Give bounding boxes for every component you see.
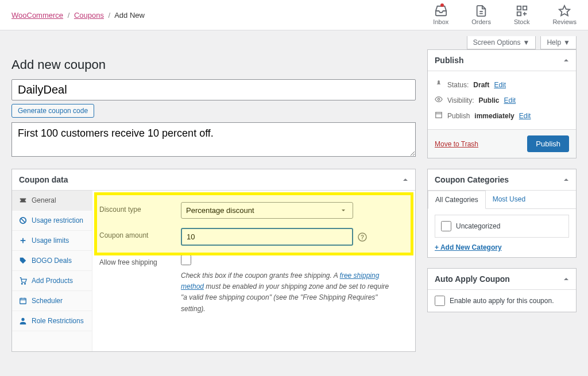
discount-type-label: Discount type <box>99 202 174 214</box>
help-icon[interactable]: ? <box>358 232 367 242</box>
edit-schedule-link[interactable]: Edit <box>519 112 531 120</box>
svg-rect-2 <box>517 6 520 10</box>
svg-marker-7 <box>559 6 570 15</box>
screen-options-button[interactable]: Screen Options ▼ <box>467 36 536 49</box>
move-to-trash-link[interactable]: Move to Trash <box>435 140 478 148</box>
secondary-bar: Screen Options ▼ Help ▼ <box>0 30 588 49</box>
tab-usage-limits[interactable]: Usage limits <box>12 231 92 251</box>
triangle-up-icon <box>403 177 408 183</box>
triangle-up-icon <box>563 177 569 183</box>
stock-button[interactable]: Stock <box>514 5 530 25</box>
svg-text:?: ? <box>361 234 364 241</box>
category-item: Uncategorized <box>441 221 563 231</box>
auto-apply-checkbox[interactable] <box>435 296 445 306</box>
panel-collapse-button[interactable] <box>563 275 569 284</box>
tab-scheduler[interactable]: Scheduler <box>12 291 92 311</box>
svg-point-12 <box>21 283 22 284</box>
orders-label: Orders <box>471 18 491 25</box>
tag-icon <box>19 257 27 265</box>
auto-apply-metabox: Auto Apply Coupon Enable auto apply for … <box>427 268 577 312</box>
publish-metabox: Publish Status: Draft Edit Visibility: P… <box>427 49 577 158</box>
reviews-label: Reviews <box>552 18 577 25</box>
category-checkbox[interactable] <box>441 221 451 231</box>
plus-icon <box>19 237 27 245</box>
top-bar: WooCommerce / Coupons / Add New Inbox Or… <box>0 0 588 30</box>
stock-label: Stock <box>514 18 530 25</box>
grid-icon <box>516 5 528 17</box>
svg-rect-22 <box>436 113 442 118</box>
inbox-button[interactable]: Inbox <box>433 5 448 25</box>
publish-button[interactable]: Publish <box>527 135 569 152</box>
svg-line-9 <box>21 219 25 223</box>
svg-rect-4 <box>517 12 520 15</box>
breadcrumb-current: Add New <box>114 11 145 20</box>
inbox-label: Inbox <box>433 18 448 25</box>
svg-rect-3 <box>523 6 526 10</box>
tab-general[interactable]: General <box>12 191 92 211</box>
svg-rect-14 <box>20 299 26 304</box>
breadcrumb-root[interactable]: WooCommerce <box>11 11 63 20</box>
tab-role-restrictions[interactable]: Role Restrictions <box>12 311 92 331</box>
breadcrumb: WooCommerce / Coupons / Add New <box>11 11 145 20</box>
auto-apply-title: Auto Apply Coupon <box>435 274 510 284</box>
svg-point-18 <box>21 318 24 321</box>
orders-button[interactable]: Orders <box>471 5 491 25</box>
panel-collapse-button[interactable] <box>403 176 408 184</box>
categories-title: Coupon Categories <box>435 175 509 184</box>
triangle-up-icon <box>563 276 569 282</box>
publish-title: Publish <box>435 56 464 65</box>
categories-metabox: Coupon Categories All Categories Most Us… <box>427 169 577 258</box>
cat-tab-all[interactable]: All Categories <box>428 191 486 209</box>
category-label: Uncategorized <box>456 222 500 230</box>
user-icon <box>19 317 27 325</box>
ban-icon <box>19 216 27 224</box>
ticket-icon <box>19 196 27 204</box>
breadcrumb-parent[interactable]: Coupons <box>74 11 104 20</box>
calendar-icon <box>435 111 443 121</box>
generate-coupon-code-button[interactable]: Generate coupon code <box>11 104 94 118</box>
free-shipping-description: Check this box if the coupon grants free… <box>181 270 393 315</box>
file-icon <box>475 5 488 17</box>
coupon-amount-label: Coupon amount <box>99 228 174 239</box>
coupon-fields: Discount type Percentage discount Coupon… <box>92 191 415 351</box>
auto-apply-label: Enable auto apply for this coupon. <box>450 297 554 305</box>
cat-tab-most-used[interactable]: Most Used <box>486 191 532 208</box>
svg-point-21 <box>438 98 440 100</box>
coupon-amount-input[interactable] <box>181 228 353 246</box>
category-list: Uncategorized <box>435 215 569 238</box>
triangle-down-icon: ▼ <box>523 38 530 46</box>
reviews-button[interactable]: Reviews <box>552 5 577 25</box>
triangle-up-icon <box>563 57 569 63</box>
tab-usage-restriction[interactable]: Usage restriction <box>12 211 92 231</box>
add-new-category-link[interactable]: + Add New Category <box>435 243 502 251</box>
svg-point-13 <box>25 283 26 284</box>
coupon-data-panel: Coupon data General Usage restriction <box>11 169 416 352</box>
help-button[interactable]: Help ▼ <box>540 36 577 49</box>
top-icons: Inbox Orders Stock Reviews <box>433 5 577 25</box>
edit-visibility-link[interactable]: Edit <box>504 96 516 104</box>
panel-collapse-button[interactable] <box>563 176 569 184</box>
pin-icon <box>435 80 443 90</box>
triangle-down-icon: ▼ <box>563 38 570 46</box>
allow-free-shipping-checkbox[interactable] <box>181 255 191 265</box>
star-icon <box>558 5 571 17</box>
eye-icon <box>435 95 443 105</box>
coupon-title-input[interactable] <box>11 79 416 100</box>
page-title: Add new coupon <box>11 57 416 72</box>
coupon-tabs: General Usage restriction Usage limits B… <box>12 191 92 351</box>
calendar-icon <box>19 297 27 305</box>
edit-status-link[interactable]: Edit <box>494 81 506 89</box>
panel-collapse-button[interactable] <box>563 56 569 65</box>
tab-add-products[interactable]: Add Products <box>12 271 92 291</box>
cart-icon <box>19 277 27 285</box>
discount-type-select[interactable]: Percentage discount <box>181 202 353 219</box>
coupon-data-title: Coupon data <box>19 175 68 184</box>
allow-free-shipping-label: Allow free shipping <box>99 255 174 266</box>
coupon-description-textarea[interactable]: First 100 customers receive 10 percent o… <box>11 122 416 157</box>
tab-bogo-deals[interactable]: BOGO Deals <box>12 251 92 271</box>
